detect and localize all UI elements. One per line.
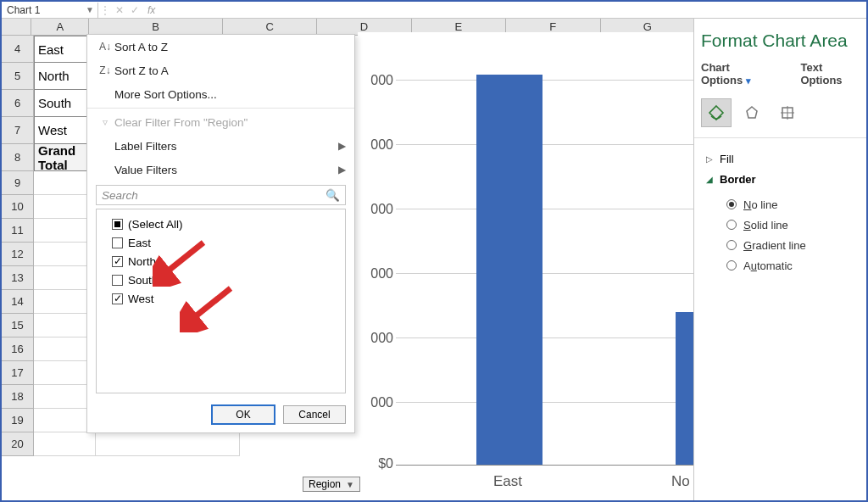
funnel-clear-icon: ▿	[96, 116, 114, 128]
option-label: Solid line	[743, 219, 788, 231]
row-header[interactable]: 16	[2, 337, 34, 361]
row-header[interactable]: 11	[2, 219, 34, 243]
radio-icon[interactable]	[726, 220, 737, 230]
name-box[interactable]: Chart 1 ▼	[3, 3, 98, 18]
bar-east[interactable]	[476, 75, 542, 465]
option-label: Gradient line	[743, 239, 806, 252]
row-header[interactable]: 13	[2, 266, 34, 290]
svg-line-1	[188, 288, 231, 322]
x-axis	[396, 465, 697, 466]
y-tick: $0	[358, 456, 393, 471]
name-box-value: Chart 1	[7, 4, 40, 16]
row-header[interactable]: 7	[2, 117, 34, 144]
option-label: Automatic	[743, 259, 793, 272]
chevron-down-icon: ▾	[746, 75, 751, 86]
fx-icon[interactable]: fx	[147, 4, 155, 16]
row-header[interactable]: 19	[2, 409, 34, 432]
row-header[interactable]: 5	[2, 63, 34, 90]
formula-bar-separator: ⋮	[98, 4, 112, 16]
checkbox-unchecked-icon[interactable]	[112, 275, 123, 286]
region-field-button[interactable]: Region ▼	[303, 477, 360, 492]
search-placeholder: Search	[102, 189, 138, 202]
filter-item-north[interactable]: North	[103, 252, 338, 271]
radio-selected-icon[interactable]	[726, 199, 737, 209]
radio-icon[interactable]	[726, 240, 737, 250]
border-no-line[interactable]: No line	[726, 194, 863, 215]
menu-sort-za[interactable]: Z↓ Sort Z to A	[87, 59, 354, 82]
border-solid-line[interactable]: Solid line	[726, 215, 863, 235]
fill-section-toggle[interactable]: ▷ Fill	[706, 148, 863, 169]
filter-item-label: West	[128, 293, 154, 305]
ok-button[interactable]: OK	[212, 405, 275, 424]
menu-label: Label Filters	[114, 140, 177, 153]
tab-label: Chart Options	[701, 61, 743, 86]
pane-title: Format Chart Area	[694, 19, 866, 59]
expanded-triangle-icon: ◢	[706, 175, 715, 184]
row-header[interactable]: 14	[2, 290, 34, 314]
cancel-button[interactable]: Cancel	[283, 405, 346, 424]
svg-line-0	[161, 243, 203, 276]
pivot-chart[interactable]: 000 000 000 000 000 000 $0 East No	[358, 32, 697, 482]
y-tick: 000	[358, 73, 393, 88]
border-gradient-line[interactable]: Gradient line	[726, 235, 863, 255]
region-field-label: Region	[309, 478, 341, 490]
menu-clear-filter: ▿ Clear Filter From "Region"	[87, 110, 354, 134]
chevron-down-icon: ▼	[346, 480, 354, 489]
size-tab-icon[interactable]	[772, 98, 803, 127]
menu-label-filters[interactable]: Label Filters ▶	[87, 134, 354, 158]
col-header-c[interactable]: C	[223, 19, 317, 35]
col-header-b[interactable]: B	[89, 19, 223, 35]
row-header[interactable]: 10	[2, 195, 34, 219]
formula-cancel-icon: ✕	[115, 4, 124, 16]
text-options-tab[interactable]: Text Options	[800, 61, 866, 86]
effects-tab-icon[interactable]	[737, 98, 767, 127]
checkbox-unchecked-icon[interactable]	[112, 237, 123, 248]
row-header[interactable]: 6	[2, 90, 34, 117]
row-header[interactable]: 17	[2, 361, 34, 385]
filter-context-menu: A↓ Sort A to Z Z↓ Sort Z to A More Sort …	[86, 34, 355, 433]
menu-value-filters[interactable]: Value Filters ▶	[87, 158, 354, 181]
submenu-arrow-icon: ▶	[338, 140, 346, 152]
row-header[interactable]: 20	[2, 432, 34, 456]
chart-options-tab[interactable]: Chart Options▾	[701, 61, 782, 86]
row-header[interactable]: 9	[2, 171, 34, 195]
menu-label: Sort A to Z	[114, 41, 168, 53]
select-all-corner[interactable]	[2, 19, 31, 35]
fill-line-tab-icon[interactable]	[701, 98, 732, 127]
filter-item-select-all[interactable]: (Select All)	[103, 215, 338, 233]
row-header[interactable]: 8	[2, 144, 34, 171]
row-header[interactable]: 12	[2, 243, 34, 266]
option-label: No line	[743, 198, 777, 211]
svg-marker-2	[747, 107, 757, 118]
cell[interactable]	[34, 432, 96, 456]
radio-icon[interactable]	[726, 260, 737, 271]
checkbox-checked-icon[interactable]	[112, 256, 123, 267]
y-tick: 000	[358, 202, 393, 217]
row-header[interactable]: 18	[2, 385, 34, 409]
menu-label: Value Filters	[114, 164, 177, 176]
filter-item-label: East	[128, 237, 151, 249]
row-header[interactable]: 15	[2, 314, 34, 337]
filter-search-input[interactable]: Search 🔍	[96, 185, 346, 205]
border-automatic[interactable]: Automatic	[726, 255, 863, 276]
pane-icon-tabs	[694, 93, 866, 138]
x-label-north: No	[671, 473, 690, 490]
filter-item-label: (Select All)	[128, 218, 183, 231]
checkbox-partial-icon[interactable]	[112, 219, 123, 230]
search-icon: 🔍	[326, 188, 340, 202]
menu-label: More Sort Options...	[114, 88, 217, 101]
filter-item-east[interactable]: East	[103, 233, 338, 252]
menu-more-sort[interactable]: More Sort Options...	[87, 82, 354, 106]
menu-sort-az[interactable]: A↓ Sort A to Z	[87, 35, 354, 59]
col-header-a[interactable]: A	[31, 19, 89, 35]
row-header[interactable]: 4	[2, 36, 34, 63]
y-tick: 000	[358, 395, 393, 410]
border-section-toggle[interactable]: ◢ Border	[706, 169, 863, 189]
x-label-east: East	[493, 473, 522, 490]
annotation-arrow-icon	[180, 282, 239, 332]
filter-buttons: OK Cancel	[87, 399, 354, 432]
cell[interactable]	[96, 432, 240, 456]
y-tick: 000	[358, 266, 393, 282]
checkbox-checked-icon[interactable]	[112, 293, 123, 304]
name-box-dropdown-icon[interactable]: ▼	[86, 5, 94, 14]
